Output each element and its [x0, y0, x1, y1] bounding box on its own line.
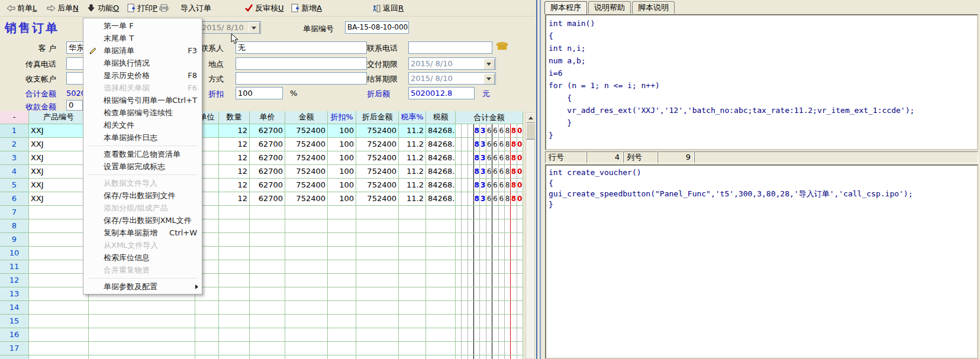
grid-cell-code[interactable]: XXJ	[29, 151, 89, 165]
grid-cell-after[interactable]: 752400	[356, 165, 399, 179]
grid-cell-taxrate[interactable]: 11.2	[399, 124, 426, 138]
grid-cell-taxrate[interactable]	[399, 355, 426, 359]
menu-item-7[interactable]: 检查单据编号连续性	[83, 106, 202, 119]
grid-cell-name[interactable]	[89, 301, 195, 315]
grid-cell-taxrate[interactable]	[399, 260, 426, 274]
grid-cell-n[interactable]: 12	[0, 274, 29, 287]
grid-cell-n[interactable]: 6	[0, 192, 29, 206]
grid-cell-taxrate[interactable]: 11.2	[399, 151, 426, 165]
grid-cell-after[interactable]: 752400	[356, 138, 399, 151]
grid-cell-after[interactable]	[356, 274, 399, 287]
grid-cell-disc[interactable]	[328, 219, 356, 233]
grid-cell-tax[interactable]	[426, 355, 456, 359]
toolbar-button-print[interactable]: 打印P	[126, 2, 169, 14]
grid-cell-tax[interactable]	[426, 287, 456, 301]
grid-cell-price[interactable]: 62700	[250, 179, 285, 192]
menu-item-20[interactable]: 检索库位信息	[83, 251, 202, 264]
grid-cell-tax[interactable]	[426, 315, 456, 328]
grid-cell-n[interactable]: 8	[0, 219, 29, 233]
grid-cell-qty[interactable]: 12	[219, 151, 250, 165]
grid-cell-qty[interactable]: 12	[219, 179, 250, 192]
grid-cell-tax[interactable]: 84268.8	[426, 151, 456, 165]
grid-cell-qty[interactable]	[219, 206, 250, 219]
grid-cell-n[interactable]: 9	[0, 233, 29, 247]
menu-item-4[interactable]: 显示历史价格F8	[83, 69, 202, 82]
grid-cell-after[interactable]	[356, 342, 399, 355]
grid-cell-taxrate[interactable]	[399, 328, 426, 342]
grid-cell-price[interactable]	[250, 206, 285, 219]
grid-cell-code[interactable]	[29, 274, 89, 287]
grid-cell-qty[interactable]	[219, 274, 250, 287]
grid-cell-taxrate[interactable]	[399, 315, 426, 328]
grid-cell-amount[interactable]: 752400	[285, 192, 328, 206]
grid-cell-n[interactable]: 14	[0, 301, 29, 315]
menu-item-9[interactable]: 本单据操作日志	[83, 131, 202, 144]
grid-cell-qty[interactable]	[219, 233, 250, 247]
menu-item-3[interactable]: 单据执行情况	[83, 57, 202, 69]
grid-cell-n[interactable]: 4	[0, 165, 29, 179]
grid-cell-taxrate[interactable]	[399, 342, 426, 355]
grid-cell-code[interactable]	[29, 233, 89, 247]
grid-cell-qty[interactable]: 12	[219, 124, 250, 138]
grid-cell-n[interactable]: 15	[0, 315, 29, 328]
grid-cell-disc[interactable]	[328, 260, 356, 274]
grid-cell-code[interactable]: XXJ	[29, 179, 89, 192]
grid-cell-code[interactable]: XXJ	[29, 124, 89, 138]
grid-cell-n[interactable]: 2	[0, 138, 29, 151]
grid-cell-amount[interactable]: 752400	[285, 179, 328, 192]
grid-cell-price[interactable]	[250, 301, 285, 315]
grid-cell-after[interactable]	[356, 260, 399, 274]
grid-cell-n[interactable]: 11	[0, 260, 29, 274]
grid-cell-code[interactable]: XXJ	[29, 138, 89, 151]
toolbar-button-next-order[interactable]: 后单N	[46, 2, 79, 14]
grid-cell-after[interactable]	[356, 247, 399, 260]
grid-cell-tax[interactable]	[426, 247, 456, 260]
grid-cell-disc[interactable]	[328, 355, 356, 359]
grid-cell-code[interactable]	[29, 206, 89, 219]
grid-cell-code[interactable]	[29, 355, 89, 359]
grid-cell-taxrate[interactable]	[399, 274, 426, 287]
toolbar-button-unaudit[interactable]: 反审核U	[244, 2, 284, 14]
grid-cell-after[interactable]	[356, 301, 399, 315]
grid-cell-taxrate[interactable]: 11.2	[399, 179, 426, 192]
grid-cell-disc[interactable]: 100	[328, 179, 356, 192]
voucher-code-editor[interactable]: int create_voucher(){gui_create_speedbut…	[545, 164, 978, 359]
grid-cell-tax[interactable]	[426, 233, 456, 247]
grid-cell-amount[interactable]	[285, 274, 328, 287]
menu-item-12[interactable]: 设置单据完成标志	[83, 160, 202, 173]
after-discount-field[interactable]: 5020012.8	[408, 87, 475, 99]
grid-cell-n[interactable]: 17	[0, 342, 29, 355]
grid-cell-unit[interactable]	[195, 301, 219, 315]
grid-cell-tax[interactable]	[426, 342, 456, 355]
place-field[interactable]	[236, 57, 367, 70]
grid-cell-amount[interactable]: 752400	[285, 151, 328, 165]
toolbar-button-add-new[interactable]: 新增A	[290, 2, 322, 14]
grid-cell-tax[interactable]: 84268.8	[426, 192, 456, 206]
grid-cell-disc[interactable]	[328, 274, 356, 287]
grid-cell-price[interactable]	[250, 328, 285, 342]
grid-cell-tax[interactable]: 84268.8	[426, 165, 456, 179]
grid-cell-qty[interactable]	[219, 315, 250, 328]
grid-cell-amount[interactable]	[285, 355, 328, 359]
grid-cell-qty[interactable]: 12	[219, 165, 250, 179]
grid-cell-n[interactable]: 7	[0, 206, 29, 219]
grid-cell-tax[interactable]: 84268.8	[426, 138, 456, 151]
phone-field[interactable]	[408, 41, 492, 54]
grid-cell-price[interactable]: 62700	[250, 124, 285, 138]
tab-0[interactable]: 脚本程序	[544, 1, 587, 14]
grid-cell-price[interactable]	[250, 260, 285, 274]
grid-cell-code[interactable]	[29, 247, 89, 260]
grid-cell-price[interactable]: 62700	[250, 192, 285, 206]
grid-cell-tax[interactable]	[426, 328, 456, 342]
grid-cell-code[interactable]	[29, 315, 89, 328]
grid-cell-amount[interactable]	[285, 315, 328, 328]
grid-cell-price[interactable]: 62700	[250, 138, 285, 151]
grid-cell-after[interactable]	[356, 315, 399, 328]
deliver-date-combo[interactable]: 2015/ 8/10	[408, 57, 496, 70]
grid-cell-disc[interactable]	[328, 233, 356, 247]
grid-cell-price[interactable]	[250, 247, 285, 260]
grid-cell-amount[interactable]: 752400	[285, 124, 328, 138]
grid-cell-code[interactable]	[29, 287, 89, 301]
grid-cell-code[interactable]	[29, 219, 89, 233]
grid-cell-disc[interactable]: 100	[328, 192, 356, 206]
